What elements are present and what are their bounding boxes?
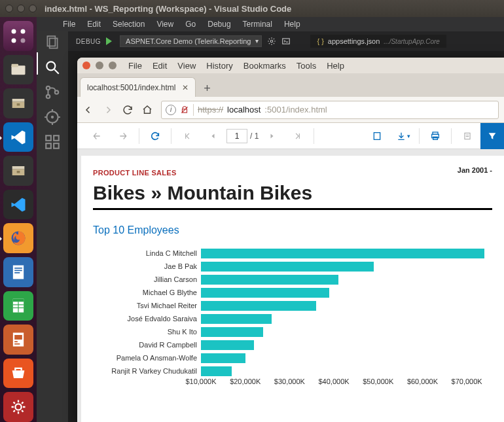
tab-close-icon[interactable]: ✕ <box>182 83 189 92</box>
files-icon[interactable] <box>3 55 33 85</box>
home-icon[interactable] <box>141 104 153 116</box>
chart-category-label: Pamela O Ansman-Wolfe <box>93 351 201 364</box>
chart-category-label: Tsvi Michael Reiter <box>93 299 201 312</box>
ff-menu-history[interactable]: History <box>206 61 232 71</box>
impress-icon[interactable] <box>3 325 33 355</box>
svg-rect-14 <box>14 268 22 269</box>
git-icon[interactable] <box>44 84 61 101</box>
document-map-icon[interactable] <box>454 123 480 149</box>
forward-icon[interactable] <box>102 104 114 116</box>
vs-menu-file[interactable]: File <box>63 20 75 29</box>
svg-rect-38 <box>54 143 59 149</box>
unity-launcher <box>0 17 37 422</box>
vs-dark-icon[interactable] <box>3 190 33 220</box>
search-activity-icon[interactable] <box>44 59 61 76</box>
ff-menu-tools[interactable]: Tools <box>297 61 316 71</box>
window-maximize-button[interactable] <box>29 5 37 12</box>
ff-max-button[interactable] <box>109 62 117 69</box>
window-minimize-button[interactable] <box>17 5 25 12</box>
history-forward-icon[interactable] <box>110 123 136 149</box>
reload-icon[interactable] <box>122 104 134 116</box>
product-line-label: PRODUCT LINE SALES <box>93 169 177 177</box>
archive2-icon[interactable] <box>3 156 33 186</box>
svg-point-35 <box>52 116 53 118</box>
debug-icon[interactable] <box>44 109 61 126</box>
extensions-icon[interactable] <box>44 133 61 150</box>
settings-red-icon[interactable] <box>3 392 33 422</box>
next-page-icon[interactable] <box>259 123 285 149</box>
svg-rect-18 <box>13 299 24 302</box>
page-total: / 1 <box>250 132 259 141</box>
calc-icon[interactable] <box>3 291 33 321</box>
editor-tab[interactable]: { } appsettings.json .../StartupApp.Core <box>310 35 446 48</box>
vs-menu-go[interactable]: Go <box>185 20 196 29</box>
chart-x-tick: $40,000K <box>312 378 356 385</box>
ff-min-button[interactable] <box>96 62 103 69</box>
chart-category-label: Ranjit R Varkey Chudukatil <box>93 364 201 378</box>
ff-close-button[interactable] <box>82 62 90 69</box>
window-close-button[interactable] <box>5 5 13 12</box>
report-subtitle: Top 10 Employees <box>93 224 492 236</box>
chart-category-label: Linda C Mitchell <box>93 247 201 260</box>
page-number-input[interactable] <box>226 129 247 143</box>
firefox-icon[interactable] <box>3 223 33 253</box>
chart-category-label: Shu K Ito <box>93 325 201 338</box>
new-tab-button[interactable]: + <box>198 80 215 97</box>
vscode-activity-bar <box>37 31 68 422</box>
first-page-icon[interactable] <box>174 123 200 149</box>
vs-menu-view[interactable]: View <box>156 20 173 29</box>
toggle-layout-icon[interactable] <box>364 123 390 149</box>
vscode-debug-toolbar: DEBUG ASPNET.Core Demo (Telerik.Reportin… <box>37 31 504 51</box>
last-page-icon[interactable] <box>285 123 311 149</box>
chart-bar <box>201 366 232 376</box>
ff-menu-help[interactable]: Help <box>327 61 344 71</box>
print-icon[interactable] <box>422 123 448 149</box>
browser-tab[interactable]: localhost:5001/index.html ✕ <box>80 77 196 97</box>
ff-menu-edit[interactable]: Edit <box>153 61 167 71</box>
ff-menu-file[interactable]: File <box>128 61 142 71</box>
svg-rect-37 <box>46 143 51 149</box>
software-icon[interactable] <box>3 359 33 389</box>
dash-icon[interactable] <box>3 21 33 51</box>
parameters-toggle-icon[interactable] <box>480 123 504 149</box>
refresh-icon[interactable] <box>142 123 168 149</box>
tab-title: localhost:5001/index.html <box>87 83 175 92</box>
writer-icon[interactable] <box>3 257 33 287</box>
svg-rect-25 <box>14 343 20 345</box>
debug-start-icon[interactable] <box>106 37 112 45</box>
svg-rect-5 <box>12 64 19 67</box>
archive-icon[interactable] <box>3 88 33 118</box>
vs-menu-selection[interactable]: Selection <box>113 20 145 29</box>
chart-bar <box>201 275 338 285</box>
chart-bar <box>201 301 316 311</box>
vs-menu-edit[interactable]: Edit <box>87 20 101 29</box>
ff-menu-view[interactable]: View <box>177 61 196 71</box>
svg-rect-16 <box>14 272 20 273</box>
debug-config-select[interactable]: ASPNET.Core Demo (Telerik.Reporting <box>120 35 262 47</box>
debug-console-icon[interactable] <box>281 37 291 46</box>
download-icon[interactable]: ▾ <box>390 123 416 149</box>
explorer-icon[interactable] <box>44 34 61 51</box>
site-info-icon[interactable]: i <box>166 105 176 115</box>
history-back-icon[interactable] <box>84 123 110 149</box>
url-bar[interactable]: i https://localhost:5001/index.html <box>161 101 499 119</box>
url-host: localhost <box>227 105 261 114</box>
ff-menu-bookmarks[interactable]: Bookmarks <box>243 61 286 71</box>
gear-icon[interactable] <box>267 37 276 46</box>
prev-page-icon[interactable] <box>200 123 226 149</box>
svg-point-26 <box>15 404 21 410</box>
json-icon: { } <box>317 37 323 45</box>
vs-menu-debug[interactable]: Debug <box>207 20 230 29</box>
svg-point-32 <box>46 95 50 98</box>
window-title: index.html - WS_Reporting (Workspace) - … <box>45 4 291 14</box>
vscode-icon[interactable] <box>3 122 33 152</box>
chart-x-tick: $10,000K <box>179 378 223 385</box>
back-icon[interactable] <box>82 104 94 116</box>
svg-rect-6 <box>12 99 25 102</box>
svg-point-3 <box>21 38 26 43</box>
vs-menu-help[interactable]: Help <box>284 20 300 29</box>
chart-bars <box>201 247 492 378</box>
svg-point-29 <box>46 62 55 70</box>
svg-rect-44 <box>374 132 380 139</box>
vs-menu-terminal[interactable]: Terminal <box>243 20 272 29</box>
